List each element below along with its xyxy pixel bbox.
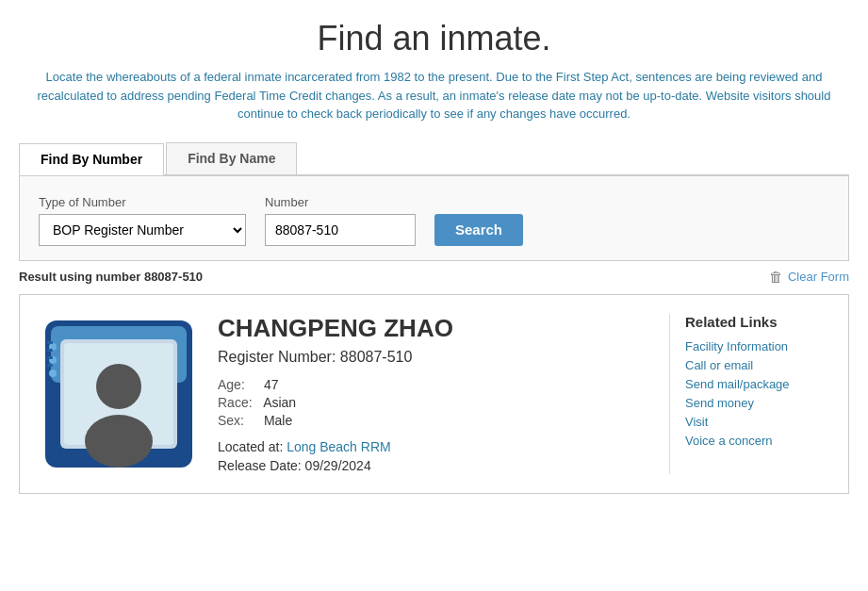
- race-label: Race:: [218, 395, 260, 410]
- register-label: Register Number:: [218, 349, 336, 365]
- race-row: Race: Asian: [218, 395, 650, 410]
- result-text: Result using number 88087-510: [19, 270, 203, 284]
- result-bar: Result using number 88087-510 🗑 Clear Fo…: [19, 261, 849, 290]
- link-facility-information[interactable]: Facility Information: [685, 339, 829, 353]
- release-label: Release Date:: [218, 458, 302, 473]
- svg-rect-12: [47, 364, 53, 367]
- inmate-name: CHANGPENG ZHAO: [218, 314, 650, 343]
- svg-rect-11: [47, 356, 53, 359]
- type-of-number-select[interactable]: BOP Register Number FBI Number INS Numbe…: [39, 214, 246, 246]
- svg-point-4: [96, 364, 141, 409]
- register-number: Register Number: 88087-510: [218, 349, 650, 366]
- search-button[interactable]: Search: [434, 214, 523, 246]
- number-label: Number: [265, 195, 416, 209]
- link-voice-concern[interactable]: Voice a concern: [685, 434, 829, 448]
- tab-find-by-name[interactable]: Find By Name: [166, 142, 297, 174]
- clear-form-button[interactable]: 🗑 Clear Form: [769, 269, 849, 285]
- svg-rect-10: [47, 349, 53, 352]
- age-value: 47: [264, 377, 279, 392]
- sex-value: Male: [264, 413, 292, 428]
- link-call-or-email[interactable]: Call or email: [685, 358, 829, 372]
- type-label: Type of Number: [39, 195, 246, 209]
- link-send-mail[interactable]: Send mail/package: [685, 377, 829, 391]
- sex-row: Sex: Male: [218, 413, 650, 428]
- link-send-money[interactable]: Send money: [685, 396, 829, 410]
- number-input[interactable]: [265, 214, 416, 246]
- inmate-avatar-icon: [43, 319, 194, 469]
- release-date: 09/29/2024: [305, 458, 371, 473]
- location-link[interactable]: Long Beach RRM: [287, 439, 391, 454]
- related-links-title: Related Links: [685, 314, 829, 330]
- release-row: Release Date: 09/29/2024: [218, 458, 650, 473]
- notice-text: Locate the whereabouts of a federal inma…: [19, 68, 849, 123]
- link-visit[interactable]: Visit: [685, 415, 829, 429]
- age-row: Age: 47: [218, 377, 650, 392]
- page-wrapper: Find an inmate. Locate the whereabouts o…: [0, 0, 868, 513]
- search-panel: Type of Number BOP Register Number FBI N…: [19, 175, 849, 261]
- number-field-group: Number: [265, 195, 416, 246]
- sex-label: Sex:: [218, 413, 260, 428]
- svg-point-8: [49, 369, 57, 377]
- result-number: 88087-510: [144, 270, 203, 284]
- related-links: Related Links Facility Information Call …: [669, 314, 829, 474]
- inmate-details: CHANGPENG ZHAO Register Number: 88087-51…: [218, 314, 650, 474]
- clear-form-label: Clear Form: [788, 270, 849, 284]
- svg-point-5: [85, 415, 153, 468]
- inmate-card: CHANGPENG ZHAO Register Number: 88087-51…: [19, 294, 849, 494]
- tabs-container: Find By Number Find By Name: [19, 142, 849, 175]
- age-label: Age:: [218, 377, 260, 392]
- tab-find-by-number[interactable]: Find By Number: [19, 143, 164, 175]
- inmate-photo: [39, 314, 199, 474]
- location-label: Located at:: [218, 439, 283, 454]
- register-value: 88087-510: [340, 349, 413, 365]
- svg-rect-9: [47, 341, 53, 344]
- type-field-group: Type of Number BOP Register Number FBI N…: [39, 195, 246, 246]
- page-title: Find an inmate.: [19, 19, 849, 58]
- trash-icon: 🗑: [769, 269, 783, 285]
- search-row: Type of Number BOP Register Number FBI N…: [39, 195, 829, 246]
- race-value: Asian: [263, 395, 296, 410]
- location-row: Located at: Long Beach RRM: [218, 439, 650, 454]
- result-prefix: Result using number: [19, 270, 144, 284]
